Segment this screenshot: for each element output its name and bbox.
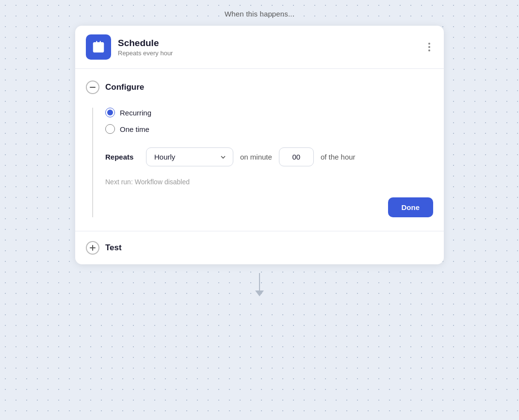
test-title: Test — [105, 243, 122, 253]
vertical-line-col — [86, 108, 99, 217]
configure-content-wrapper: Recurring One time Repeats Hourly Daily … — [86, 108, 433, 217]
more-dot-1 — [428, 43, 430, 45]
schedule-subtitle: Repeats every hour — [118, 49, 173, 57]
more-options-button[interactable] — [424, 41, 434, 53]
svg-rect-3 — [100, 41, 101, 44]
configure-content: Recurring One time Repeats Hourly Daily … — [105, 108, 433, 217]
configure-section: Configure Recurring One time — [75, 69, 444, 231]
next-run-text: Next run: Workflow disabled — [105, 178, 433, 186]
radio-group: Recurring One time — [105, 108, 433, 134]
calendar-icon — [86, 34, 111, 60]
when-label: When this happens... — [225, 10, 294, 18]
configure-header: Configure — [86, 81, 433, 94]
repeats-row: Repeats Hourly Daily Weekly Monthly on m… — [105, 147, 433, 166]
arrow-container — [255, 273, 264, 296]
done-row: Done — [105, 197, 433, 217]
of-the-hour-text: of the hour — [321, 153, 356, 161]
recurring-radio[interactable] — [105, 108, 115, 117]
repeats-select[interactable]: Hourly Daily Weekly Monthly — [146, 147, 233, 166]
svg-rect-8 — [97, 49, 99, 51]
main-card: Schedule Repeats every hour Configure — [75, 26, 444, 264]
svg-rect-1 — [93, 42, 104, 46]
recurring-label: Recurring — [120, 109, 151, 117]
one-time-radio-label[interactable]: One time — [105, 124, 433, 134]
arrow-down — [255, 273, 264, 296]
expand-test-button[interactable] — [86, 241, 99, 255]
configure-title: Configure — [105, 82, 144, 92]
more-dot-2 — [428, 46, 430, 48]
svg-rect-5 — [97, 47, 99, 48]
minus-icon — [90, 87, 96, 88]
done-button[interactable]: Done — [388, 197, 434, 217]
arrow-head — [255, 291, 264, 296]
collapse-configure-button[interactable] — [86, 81, 99, 94]
schedule-header: Schedule Repeats every hour — [75, 26, 444, 69]
one-time-label: One time — [120, 125, 149, 133]
svg-rect-6 — [100, 47, 102, 48]
svg-rect-2 — [96, 41, 97, 44]
arrow-line — [259, 273, 260, 291]
on-minute-text: on minute — [240, 153, 272, 161]
vertical-line — [92, 108, 93, 217]
svg-rect-4 — [95, 47, 97, 48]
more-dot-3 — [428, 49, 430, 51]
minute-input[interactable] — [279, 147, 314, 166]
repeats-label: Repeats — [105, 153, 139, 161]
schedule-title: Schedule — [118, 38, 173, 48]
one-time-radio[interactable] — [105, 124, 115, 134]
plus-vertical — [92, 245, 93, 251]
test-section: Test — [75, 231, 444, 264]
schedule-info: Schedule Repeats every hour — [118, 38, 173, 57]
test-header: Test — [86, 241, 433, 255]
svg-rect-7 — [95, 49, 97, 51]
recurring-radio-label[interactable]: Recurring — [105, 108, 433, 117]
